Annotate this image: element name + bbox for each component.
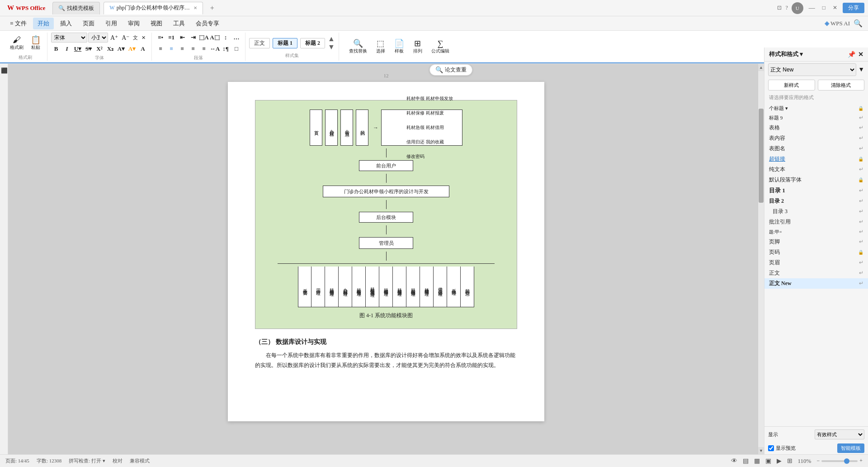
style-item-body-new[interactable]: 正文 New ↵ [764, 278, 868, 289]
scroll-up-button[interactable]: ▲ [758, 64, 764, 71]
style-item-header[interactable]: 页眉 ↵ [764, 257, 868, 268]
style-item-table-caption[interactable]: 表图名 ↵ [764, 143, 868, 154]
sidebar-collapse-icon[interactable]: ⬛ [0, 66, 9, 75]
font-family-select[interactable]: 宋体 [51, 33, 87, 43]
style-item-default-para[interactable]: 默认段落字体 🔒 [764, 175, 868, 185]
new-style-button[interactable]: 新样式 [768, 80, 815, 91]
spell-check[interactable]: 拼写检查: 打开 ▾ [69, 457, 105, 464]
zoom-in-icon[interactable]: + [859, 457, 863, 464]
font-shade-button[interactable]: A [138, 44, 148, 54]
apply-icon-table-caption[interactable]: ↵ [859, 145, 863, 152]
apply-icon-toc2[interactable]: ↵ [859, 198, 863, 205]
zoom-out-icon[interactable]: − [816, 457, 820, 464]
template-button[interactable]: 📄 样板 [392, 38, 407, 55]
tab-close-icon[interactable]: ✕ [193, 5, 197, 10]
style-item-body[interactable]: 正文 ↵ [764, 268, 868, 278]
zoom-control[interactable]: − + [816, 457, 863, 464]
style-item-comment[interactable]: 批注引用 ↵ [764, 217, 868, 227]
wps-ai-button[interactable]: ◈ WPS AI [825, 20, 850, 27]
menu-page[interactable]: 页面 [78, 18, 99, 29]
para-spacing-button[interactable]: ↕¶ [221, 44, 231, 54]
align-left-button[interactable]: ≡ [156, 44, 165, 54]
close-icon[interactable]: ✕ [831, 5, 839, 11]
share-button[interactable]: 分享 [843, 3, 864, 13]
find-replace-button[interactable]: 🔍 查找替换 [346, 38, 370, 55]
phonetic-button[interactable]: 文 [132, 34, 139, 42]
bullet-list-button[interactable]: ≡• [156, 33, 165, 43]
strikethrough-button[interactable]: S▾ [84, 44, 94, 54]
menu-vip[interactable]: 会员专享 [191, 18, 224, 29]
style-heading2-button[interactable]: 标题 2 [300, 38, 325, 48]
italic-button[interactable]: I [62, 44, 72, 54]
smart-template-button[interactable]: 智能模板 [837, 443, 864, 453]
apply-icon-body-new[interactable]: ↵ [859, 280, 863, 287]
maximize-icon[interactable]: □ [821, 5, 827, 11]
clear-format-button[interactable]: 清除格式 [818, 80, 865, 91]
superscript-button[interactable]: X² [94, 44, 104, 54]
bold-button[interactable]: B [51, 44, 61, 54]
right-panel-close-icon[interactable]: ✕ [858, 51, 863, 58]
align-center-button[interactable]: ≡ [166, 44, 176, 54]
apply-icon-table-content[interactable]: ↵ [859, 135, 863, 142]
align-right-sort[interactable]: A⬚ [210, 33, 220, 43]
apply-icon-toc1[interactable]: ↵ [859, 187, 863, 194]
style-item-table-content[interactable]: 表内容 ↵ [764, 133, 868, 143]
minimize-icon[interactable]: — [807, 5, 817, 12]
style-item-toc2[interactable]: 目录 2 ↵ [764, 196, 868, 206]
align-left-sort[interactable]: ⬚A [199, 33, 209, 43]
apply-icon-header[interactable]: ↵ [859, 259, 863, 266]
proofreading-label[interactable]: 校对 [113, 457, 123, 464]
search-button[interactable]: 🔍 [854, 19, 863, 28]
essay-check-button[interactable]: 🔍 论文查重 [429, 64, 472, 76]
zoom-slider[interactable] [821, 460, 858, 462]
layout2-icon[interactable]: ▦ [754, 457, 760, 465]
tab-template[interactable]: 🔍 找模壳模板 [52, 2, 100, 14]
underline-button[interactable]: U▾ [73, 44, 83, 54]
font-size-select[interactable]: 小五 五号 小四 [88, 33, 108, 43]
menu-tools[interactable]: 工具 [169, 18, 189, 29]
style-select-dropdown[interactable]: 正文 New [768, 63, 856, 76]
indent-increase-button[interactable]: ⇥ [188, 33, 198, 43]
scroll-thumb[interactable] [759, 109, 764, 203]
layout4-icon[interactable]: ⊞ [787, 457, 793, 465]
font-size-decrease-button[interactable]: A⁻ [120, 33, 131, 42]
apply-icon-body[interactable]: ↵ [859, 270, 863, 276]
apply-icon-plain[interactable]: ↵ [859, 166, 863, 173]
arrange-button[interactable]: ⊞ 排列 [410, 38, 425, 55]
paste-button[interactable]: 📋 粘贴 [28, 35, 43, 52]
pin-icon[interactable]: 📌 [848, 51, 855, 58]
style-item-footer[interactable]: 页脚 ↵ [764, 237, 868, 247]
tab-add-button[interactable]: + [207, 2, 218, 14]
highlight-button[interactable]: A▾ [127, 44, 137, 54]
menu-reference[interactable]: 引用 [101, 18, 122, 29]
style-item-hyperlink[interactable]: 超链接 🔒 [764, 154, 868, 164]
menu-home[interactable]: 开始 [33, 18, 54, 29]
style-item-h9[interactable]: 标题 9 ↵ [764, 113, 868, 123]
help-icon[interactable]: ? [785, 5, 788, 11]
formula-button[interactable]: ∑ 公式编辑 [429, 38, 452, 55]
paper[interactable]: 首页 办公耗材 公告信息 我的 → 耗材申领 耗材申领发放 耗材保修 耗材报废 … [228, 82, 544, 421]
style-item-page-num[interactable]: 页码 🔒 [764, 247, 868, 257]
subscript-button[interactable]: X₂ [105, 44, 115, 54]
menu-file[interactable]: ≡ 文件 [5, 18, 31, 29]
style-item-table[interactable]: 表格 ↵ [764, 123, 868, 133]
style-item-toc3[interactable]: 目录 3 ↵ [764, 206, 868, 217]
style-dropdown-icon[interactable]: ▼ [858, 66, 864, 73]
style-item-personal-title[interactable]: 个标题 ▾ 🔒 [764, 104, 868, 113]
align-right-button[interactable]: ≡ [177, 44, 187, 54]
distribute-button[interactable]: ≡ [199, 44, 209, 54]
style-item-plain-text[interactable]: 纯文本 ↵ [764, 164, 868, 175]
show-select[interactable]: 有效样式 [815, 429, 864, 439]
menu-insert[interactable]: 插入 [56, 18, 76, 29]
scroll-down-button[interactable]: ▼ [758, 447, 764, 454]
style-item-topic[interactable]: 题:甲= ↵ [764, 227, 868, 237]
border-button[interactable]: □ [231, 44, 241, 54]
play-icon[interactable]: ▶ [777, 457, 782, 465]
show-preview-checkbox[interactable] [768, 445, 774, 451]
menu-review[interactable]: 审阅 [123, 18, 144, 29]
user-avatar[interactable]: U [792, 2, 803, 14]
style-more-button[interactable]: ▲▼ [328, 35, 335, 51]
font-color-button[interactable]: A▾ [116, 44, 126, 54]
char-spacing-button[interactable]: ↔A [210, 44, 220, 54]
apply-icon-table[interactable]: ↵ [859, 124, 863, 131]
